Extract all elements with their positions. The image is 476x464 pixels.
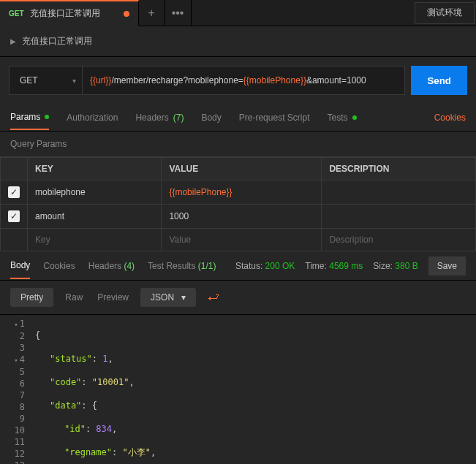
resp-tab-cookies[interactable]: Cookies (43, 261, 75, 271)
viewer-controls: Pretty Raw Preview JSON▾ ⮐ (0, 281, 476, 315)
value-input[interactable]: Value (162, 229, 322, 251)
tab-body[interactable]: Body (201, 113, 221, 123)
request-tabs: Params Authorization Headers (7) Body Pr… (0, 104, 476, 132)
tab-authorization[interactable]: Authorization (67, 113, 118, 123)
breadcrumb: ▶ 充值接口正常调用 (0, 26, 476, 57)
breadcrumb-title: 充值接口正常调用 (22, 35, 92, 47)
url-var: {{url}} (90, 75, 111, 85)
tab-prerequest[interactable]: Pre-request Script (239, 113, 310, 123)
tab-actions: + ••• (139, 0, 192, 26)
response-body[interactable]: 1 2 3 4 5 6 7 8 9 10 11 12 13 14 { "stat… (0, 315, 476, 464)
cell-desc[interactable] (322, 205, 476, 229)
col-check (1, 158, 28, 180)
dot-icon (352, 115, 357, 120)
send-button[interactable]: Send (411, 66, 467, 95)
url-var: {{mobilePhone}} (243, 75, 306, 85)
cookies-link[interactable]: Cookies (434, 113, 466, 123)
status-value: 200 OK (265, 261, 295, 271)
dot-icon (45, 115, 49, 119)
response-meta: Status: 200 OK Time: 4569 ms Size: 380 B… (235, 256, 466, 275)
resp-tab-headers[interactable]: Headers (4) (88, 261, 135, 271)
format-select[interactable]: JSON▾ (140, 288, 196, 307)
wrap-lines-icon[interactable]: ⮐ (205, 288, 222, 307)
new-tab-button[interactable]: + (139, 0, 165, 26)
resp-tab-body[interactable]: Body (10, 260, 30, 279)
preview-button[interactable]: Preview (94, 288, 132, 307)
pretty-button[interactable]: Pretty (10, 288, 53, 307)
top-bar: GET 充值接口正常调用 + ••• 测试环境 (0, 0, 476, 26)
query-params-label: Query Params (0, 132, 476, 157)
environment-select[interactable]: 测试环境 (415, 2, 475, 24)
method-select[interactable]: GET (9, 66, 82, 95)
save-response-button[interactable]: Save (428, 256, 466, 275)
request-tab[interactable]: GET 充值接口正常调用 (0, 0, 139, 26)
checkbox[interactable]: ✓ (8, 210, 20, 222)
environment-label: 测试环境 (427, 7, 462, 19)
tab-title: 充值接口正常调用 (30, 7, 100, 20)
cell-key[interactable]: amount (28, 205, 162, 229)
time-value: 4569 ms (329, 261, 363, 271)
key-input[interactable]: Key (28, 229, 162, 251)
request-row: GET {{url}}/member/recharge?mobilephone=… (0, 57, 476, 104)
caret-right-icon[interactable]: ▶ (10, 37, 16, 45)
tab-headers[interactable]: Headers (7) (135, 113, 184, 123)
resp-tab-testresults[interactable]: Test Results (1/1) (148, 261, 216, 271)
cell-key[interactable]: mobilephone (28, 180, 162, 205)
cell-desc[interactable] (322, 180, 476, 205)
raw-button[interactable]: Raw (62, 288, 86, 307)
col-desc: DESCRIPTION (322, 158, 476, 180)
desc-input[interactable]: Description (322, 229, 476, 251)
checkbox[interactable]: ✓ (8, 186, 20, 198)
tab-tests[interactable]: Tests (327, 113, 356, 123)
size-value: 380 B (395, 261, 418, 271)
tab-params[interactable]: Params (10, 112, 49, 130)
tab-method: GET (9, 9, 24, 18)
col-key: KEY (28, 158, 162, 180)
table-row: ✓ amount 1000 (1, 205, 476, 229)
chevron-down-icon: ▾ (181, 292, 186, 303)
code-content: { "status": 1, "code": "10001", "data": … (35, 318, 476, 464)
table-row-new: Key Value Description (1, 229, 476, 251)
line-gutter: 1 2 3 4 5 6 7 8 9 10 11 12 13 14 (0, 318, 35, 464)
unsaved-dot-icon (124, 11, 129, 17)
cell-value[interactable]: {{mobilePhone}} (162, 180, 322, 205)
col-value: VALUE (162, 158, 322, 180)
params-table: KEY VALUE DESCRIPTION ✓ mobilephone {{mo… (0, 157, 476, 251)
tab-menu-button[interactable]: ••• (165, 0, 192, 26)
method-value: GET (20, 75, 38, 85)
table-row: ✓ mobilephone {{mobilePhone}} (1, 180, 476, 205)
url-input[interactable]: {{url}}/member/recharge?mobilephone={{mo… (82, 66, 405, 95)
response-tabs: Body Cookies Headers (4) Test Results (1… (0, 251, 476, 281)
cell-value[interactable]: 1000 (162, 205, 322, 229)
